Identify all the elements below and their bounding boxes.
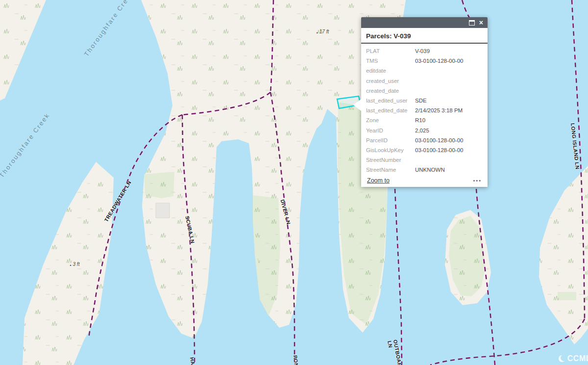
attribute-label: StreetNumber bbox=[366, 157, 415, 163]
attribute-row: ZoneR10 bbox=[366, 115, 483, 125]
attribute-label: created_date bbox=[366, 88, 415, 94]
attribution-text: CCML bbox=[567, 354, 588, 363]
parcel-info-popup: × Parcels: V-039 PLATV-039TMS03-0100-128… bbox=[361, 17, 488, 187]
attribute-value: 03-0100-128-00-00 bbox=[415, 137, 463, 143]
attribute-label: ParcelID bbox=[366, 137, 415, 143]
close-icon[interactable]: × bbox=[479, 19, 483, 26]
popup-body: Parcels: V-039 PLATV-039TMS03-0100-128-0… bbox=[361, 28, 488, 187]
popup-footer: Zoom to ••• bbox=[361, 174, 488, 187]
map-canvas bbox=[0, 0, 588, 365]
attribute-row: YearID2,025 bbox=[366, 126, 483, 135]
attribute-label: last_edited_user bbox=[366, 98, 415, 104]
dock-icon[interactable] bbox=[469, 19, 475, 26]
more-options-icon[interactable]: ••• bbox=[473, 178, 482, 183]
popup-title: Parcels: V-039 bbox=[361, 28, 488, 44]
attribute-label: PLAT bbox=[366, 48, 415, 54]
attribute-label: last_edited_date bbox=[366, 107, 415, 113]
attribute-row: last_edited_userSDE bbox=[366, 96, 483, 105]
zoom-to-link[interactable]: Zoom to bbox=[367, 177, 390, 184]
building-footprint bbox=[156, 203, 170, 218]
attribute-label: editdate bbox=[366, 68, 415, 74]
popup-titlebar[interactable]: × bbox=[361, 17, 488, 28]
attribute-row: PLATV-039 bbox=[366, 46, 483, 56]
attribute-table: PLATV-039TMS03-0100-128-00-00editdatecre… bbox=[361, 44, 488, 175]
attribute-row: editdate bbox=[366, 66, 483, 76]
attribute-value: 03-0100-128-00-00 bbox=[415, 58, 463, 64]
attribute-row: GisLookUpKey03-0100-128-00-00 bbox=[366, 145, 483, 155]
attribute-label: StreetName bbox=[366, 167, 415, 173]
attribute-label: GisLookUpKey bbox=[366, 147, 415, 153]
attribute-value: V-039 bbox=[415, 48, 430, 54]
attribute-label: YearID bbox=[366, 128, 415, 133]
attribution: CCML bbox=[559, 354, 588, 363]
attribute-row: TMS03-0100-128-00-00 bbox=[366, 56, 483, 66]
attribute-row: created_user bbox=[366, 76, 483, 86]
attribute-label: Zone bbox=[366, 117, 415, 123]
attribute-row: last_edited_date2/14/2025 3:18 PM bbox=[366, 105, 483, 115]
attribute-value: SDE bbox=[415, 98, 427, 104]
attribute-value: 2,025 bbox=[415, 128, 429, 133]
attribute-row: StreetNumber bbox=[366, 155, 483, 165]
attribute-row: ParcelID03-0100-128-00-00 bbox=[366, 135, 483, 145]
attribute-value: 2/14/2025 3:18 PM bbox=[415, 107, 463, 113]
map-viewport[interactable]: Thoroughfare CreekThoroughfare CreekTREA… bbox=[0, 0, 588, 365]
ccml-logo-icon bbox=[559, 355, 565, 362]
attribute-value: UNKNOWN bbox=[415, 167, 445, 173]
attribute-row: created_date bbox=[366, 86, 483, 96]
attribute-label: created_user bbox=[366, 78, 415, 84]
popup-pointer bbox=[353, 99, 361, 111]
attribute-value: R10 bbox=[415, 117, 425, 123]
attribute-label: TMS bbox=[366, 58, 415, 64]
attribute-value: 03-0100-128-00-00 bbox=[415, 147, 463, 153]
